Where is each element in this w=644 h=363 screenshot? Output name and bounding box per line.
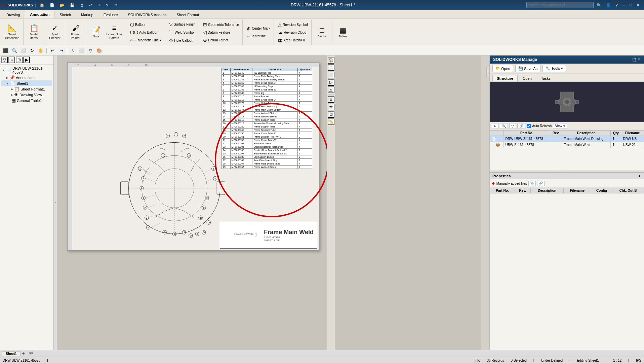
measure-btn[interactable]: 📏 [328,118,334,125]
file-attach-btn[interactable]: 📎 [528,181,536,186]
rp-tab-tasks[interactable]: Tasks [537,75,555,81]
tab-markup[interactable]: Markup [76,11,98,19]
undo-btn[interactable]: ↩ [87,2,94,8]
model-items-btn[interactable]: 📋 ModelItems [27,23,41,41]
tab-drawing[interactable]: Drawing [1,11,25,19]
redo-tool-btn[interactable]: ↪ [57,47,65,55]
rp-link-btn[interactable]: 🔗 [517,123,525,129]
maximize-btn[interactable]: □ [628,2,634,8]
settings-btn[interactable]: ⚙ [113,2,119,8]
rp-tab-structure[interactable]: Structure [492,75,518,81]
redo-btn[interactable]: ↪ [96,2,102,8]
pan-btn[interactable]: ✋ [37,47,44,55]
view-top-btn[interactable]: △ [328,86,334,93]
right-panel-expand-btn[interactable]: ⬚ [632,57,636,62]
box-select-btn[interactable]: ⬜ [78,47,85,55]
datum-target-btn[interactable]: ⊕ Datum Target [202,36,240,44]
layers-btn[interactable]: ≡ [328,96,334,103]
display-btn[interactable]: 👁 [328,104,334,110]
file-link-btn[interactable]: 🔗 [537,181,545,186]
hole-callout-btn[interactable]: ⊙ Hole Callout [168,37,197,44]
auto-refresh-checkbox-label[interactable]: Auto Refresh [527,124,552,128]
tree-annotations-item[interactable]: ▶ 📌 Annotations [1,75,52,80]
tree-sheet1-item[interactable]: ▼ 📄 Sheet1 [1,80,52,86]
home-btn[interactable]: 🏠 [38,2,46,8]
section-btn[interactable]: ⊡ [328,111,334,118]
rp-search-small-btn[interactable]: 🔍 [500,123,508,129]
auto-refresh-checkbox[interactable] [527,124,531,128]
left-collapse-handle[interactable]: ‹ [54,56,57,350]
area-hatch-btn[interactable]: ▦ Area Hatch/Fill [277,36,309,44]
filter-btn[interactable]: ▽ [87,47,94,55]
select-btn[interactable]: ↖ [104,2,111,8]
tree-grid-btn[interactable]: ⊞ [16,57,23,63]
new-btn[interactable]: 📄 [48,2,56,8]
rotate-btn[interactable]: ↻ [28,47,36,55]
rp-tools-btn[interactable]: 🔧 Tools ▾ [542,65,566,72]
revision-cloud-btn[interactable]: ☁ Revision Cloud [277,29,309,36]
canvas-area[interactable]: 2 4 6 8 10 Item Serial Number Descriptio… [57,56,481,350]
tree-filter-btn[interactable]: ▽ [1,57,8,63]
help-btn[interactable]: ? [614,2,619,8]
spell-checker-btn[interactable]: ✓ SpellChecker [47,23,62,41]
rp-filter-small-btn[interactable]: ▽ [509,123,516,129]
auto-balloon-btn[interactable]: ⬡⬡ Auto Balloon [129,29,163,36]
tab-evaluate[interactable]: Evaluate [98,11,123,19]
magnetic-line-btn[interactable]: ⟵ Magnetic Line ▾ [129,36,163,44]
view-right-btn[interactable]: ▷ [328,79,334,86]
right-panel-close-btn[interactable]: ✕ [637,57,641,62]
tab-sketch[interactable]: Sketch [54,11,76,19]
geometric-tolerance-btn[interactable]: ⊞ Geometric Tolerance [202,21,240,28]
tab-sheetformat[interactable]: Sheet Format [171,11,204,19]
view-front-btn[interactable]: ⬜ [328,72,334,78]
balloon-btn[interactable]: ⬡ Balloon [129,21,163,28]
print-btn[interactable]: 🖨 [78,2,85,8]
note-btn[interactable]: 📝 Note [89,25,104,40]
close-btn[interactable]: ✕ [635,2,641,8]
select-tool-btn[interactable]: ↖ [69,47,77,55]
add-sheet-btn[interactable]: + [22,351,25,357]
surface-finish-btn[interactable]: ▽ Surface Finish [168,21,197,28]
search-btn[interactable]: 🔍 [595,2,603,8]
sheet-tab-1[interactable]: Sheet1 [2,351,21,356]
tree-generaltable-item[interactable]: ▦ General Table1 [1,98,52,103]
tree-expand-btn[interactable]: ▶ [23,57,30,63]
rp-save-as-btn[interactable]: 💾 Save As [515,65,540,72]
rp-view-btn[interactable]: View ▾ [553,123,567,129]
blocks-btn[interactable]: □ Blocks [315,25,329,40]
rp-tab-open[interactable]: Open [518,75,536,81]
linear-note-btn[interactable]: ≡ Linear NotePattern [105,23,124,41]
center-mark-btn[interactable]: ⊕ Center Mark [245,25,272,32]
revision-symbol-btn[interactable]: △ Revision Symbol [277,21,309,28]
tree-sheetformat-item[interactable]: ▶ 📋 Sheet Format1 [1,86,52,92]
minimize-btn[interactable]: ─ [621,2,627,8]
table-row[interactable]: 📄 DRW-UBW-21161-45578 Frame Main Weld Dr… [490,136,644,142]
rp-open-btn[interactable]: 📂 Open [492,65,513,72]
tab-addins[interactable]: SOLIDWORKS Add-Ins [123,11,172,19]
properties-collapse-icon[interactable]: ▲ [638,174,641,178]
color-btn[interactable]: 🎨 [95,47,103,55]
table-row[interactable]: 📦 UBW-21161-45578 Frame Main Weld 1 UBW-… [490,142,644,148]
save-btn[interactable]: 💾 [68,2,76,8]
datum-feature-btn[interactable]: ◁ Datum Feature [202,29,240,36]
tree-drawingview-item[interactable]: ▶ 👁 Drawing View1 [1,92,52,98]
zoom-sheet-btn[interactable]: ⬜ [19,47,27,55]
tree-root-item[interactable]: ▼ 📄 DRW-UBW-21161-45578 [1,66,52,75]
undo-tool-btn[interactable]: ↩ [49,47,56,55]
search-input[interactable] [526,2,594,8]
tables-btn[interactable]: ▦ Tables [336,25,351,40]
format-painter-btn[interactable]: 🖌 FormatPainter [68,23,83,41]
user-btn[interactable]: 👤 [604,2,612,8]
centerline-btn[interactable]: ┄ Centerline [245,33,272,40]
smart-dimension-btn[interactable]: 📐 SmartDimension [3,23,21,41]
zoom-fit-btn[interactable]: ⬛ [2,47,9,55]
tree-list-btn[interactable]: ≡ [8,57,15,63]
zoom-area-btn[interactable]: 🔍 [11,47,18,55]
weld-symbol-btn[interactable]: ⌒ Weld Symbol [168,28,197,36]
right-panel-collapse-btn[interactable]: › [486,67,490,77]
view-home-btn[interactable]: 🏠 [328,57,334,64]
rp-refresh-btn[interactable]: ↻ [492,123,498,129]
view-3d-btn[interactable]: □ [328,64,334,71]
open-btn[interactable]: 📂 [58,2,66,8]
tab-annotation[interactable]: Annotation [25,11,54,19]
